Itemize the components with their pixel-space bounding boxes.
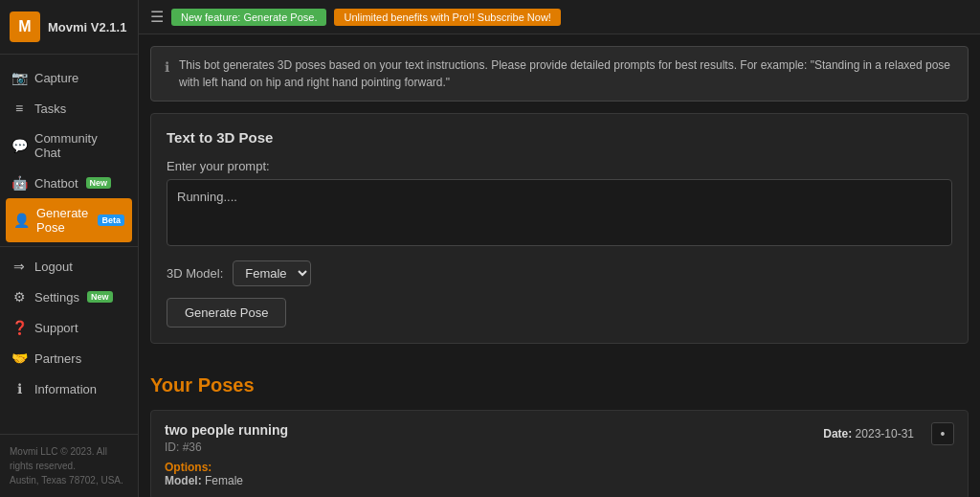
- sidebar-logo: M Movmi V2.1.1: [0, 0, 138, 55]
- main-content: ☰ New feature: Generate Pose. Unlimited …: [139, 0, 980, 497]
- sidebar-label-logout: Logout: [34, 260, 73, 274]
- sidebar-item-settings[interactable]: ⚙ Settings New: [0, 282, 138, 312]
- header-pro-badge[interactable]: Unlimited benefits with Pro!! Subscribe …: [334, 9, 560, 26]
- form-title: Text to 3D Pose: [167, 129, 952, 146]
- pose-name-1: two people running: [165, 422, 823, 438]
- settings-badge: New: [87, 291, 113, 303]
- sidebar-label-support: Support: [34, 321, 78, 335]
- chatbot-badge: New: [86, 177, 112, 189]
- prompt-textarea[interactable]: Running....: [167, 179, 952, 246]
- sidebar-nav: 📷 Capture ≡ Tasks 💬 Community Chat 🤖 Cha…: [0, 55, 138, 434]
- sidebar-item-tasks[interactable]: ≡ Tasks: [0, 93, 138, 124]
- chatbot-icon: 🤖: [11, 175, 27, 191]
- information-icon: ℹ: [11, 381, 27, 396]
- poses-title: Your Poses: [150, 374, 969, 396]
- info-text: This bot generates 3D poses based on you…: [179, 56, 954, 91]
- footer-line2: Austin, Texas 78702, USA.: [10, 473, 128, 487]
- sidebar-label-settings: Settings: [34, 290, 79, 305]
- generate-badge: Beta: [98, 215, 124, 226]
- sidebar-label-capture: Capture: [34, 71, 78, 85]
- model-label: 3D Model:: [167, 266, 223, 281]
- generate-icon: 👤: [13, 213, 29, 228]
- sidebar-label-chatbot: Chatbot: [34, 176, 78, 191]
- model-row: 3D Model: Female Male: [167, 260, 952, 286]
- sidebar-item-support[interactable]: ❓ Support: [0, 312, 138, 343]
- sidebar-item-generate[interactable]: 👤 Generate Pose Beta: [6, 198, 132, 242]
- partners-icon: 🤝: [11, 350, 27, 366]
- header-bar: ☰ New feature: Generate Pose. Unlimited …: [139, 0, 980, 34]
- form-section: Text to 3D Pose Enter your prompt: Runni…: [150, 113, 969, 344]
- logo-text: Movmi V2.1.1: [48, 20, 126, 34]
- info-box: ℹ This bot generates 3D poses based on y…: [150, 46, 969, 102]
- sidebar: M Movmi V2.1.1 📷 Capture ≡ Tasks 💬 Commu…: [0, 0, 139, 497]
- pose-card-1: two people running ID: #36 Options: Mode…: [150, 410, 969, 497]
- header-new-feature-badge[interactable]: New feature: Generate Pose.: [171, 9, 326, 26]
- pose-date-1: Date: 2023-10-31: [823, 427, 914, 441]
- sidebar-item-information[interactable]: ℹ Information: [0, 373, 138, 404]
- sidebar-footer: Movmi LLC © 2023. All rights reserved. A…: [0, 434, 138, 497]
- settings-icon: ⚙: [11, 289, 27, 305]
- sidebar-label-generate: Generate Pose: [36, 206, 90, 235]
- pose-meta-1: Date: 2023-10-31 •: [823, 422, 954, 445]
- sidebar-label-information: Information: [34, 382, 97, 396]
- sidebar-item-chatbot[interactable]: 🤖 Chatbot New: [0, 168, 138, 198]
- sidebar-label-partners: Partners: [34, 351, 81, 366]
- generate-pose-button[interactable]: Generate Pose: [167, 298, 286, 328]
- hamburger-icon[interactable]: ☰: [150, 8, 164, 26]
- sidebar-item-logout[interactable]: ⇒ Logout: [0, 251, 138, 282]
- model-select[interactable]: Female Male: [233, 260, 311, 286]
- poses-section: Your Poses two people running ID: #36 Op…: [139, 363, 980, 497]
- footer-line1: Movmi LLC © 2023. All rights reserved.: [10, 444, 128, 473]
- logout-icon: ⇒: [11, 259, 27, 274]
- sidebar-item-partners[interactable]: 🤝 Partners: [0, 343, 138, 373]
- pose-id-1: ID: #36: [165, 441, 823, 454]
- pose-options-label-1: Options:: [165, 461, 212, 474]
- sidebar-label-tasks: Tasks: [34, 102, 66, 116]
- prompt-label: Enter your prompt:: [167, 159, 952, 173]
- pose-menu-button-1[interactable]: •: [931, 422, 954, 445]
- capture-icon: 📷: [11, 70, 27, 85]
- tasks-icon: ≡: [11, 101, 27, 116]
- pose-model-1: Model: Female: [165, 474, 823, 487]
- info-circle-icon: ℹ: [165, 57, 169, 78]
- pose-info-1: two people running ID: #36 Options: Mode…: [165, 422, 823, 487]
- sidebar-item-capture[interactable]: 📷 Capture: [0, 62, 138, 93]
- sidebar-label-community: Community Chat: [34, 131, 126, 160]
- logo-icon: M: [10, 11, 40, 42]
- community-icon: 💬: [11, 138, 27, 153]
- sidebar-item-community[interactable]: 💬 Community Chat: [0, 124, 138, 168]
- support-icon: ❓: [11, 320, 27, 335]
- sidebar-divider: [0, 246, 138, 247]
